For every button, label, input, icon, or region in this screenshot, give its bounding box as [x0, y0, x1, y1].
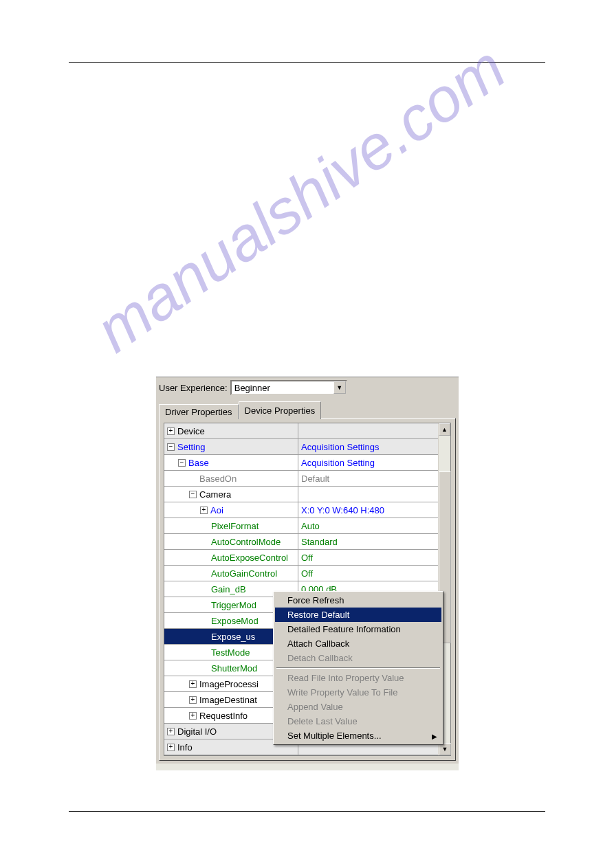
menu-delete-last: Delete Last Value: [275, 714, 441, 728]
chevron-down-icon[interactable]: ▼: [333, 381, 346, 394]
row-autocontrolmode[interactable]: AutoControlMode Standard: [164, 534, 438, 550]
menu-read-file: Read File Into Property Value: [275, 671, 441, 685]
row-basedon[interactable]: BasedOn Default: [164, 471, 438, 487]
label-testmode: TestMode: [211, 647, 250, 658]
value-aoi: X:0 Y:0 W:640 H:480: [301, 505, 384, 515]
label-triggermode: TriggerMod: [211, 600, 256, 610]
tabs-row: Driver Properties Device Properties: [156, 401, 459, 419]
user-experience-value: Beginner: [232, 383, 333, 393]
label-gain-db: Gain_dB: [211, 584, 246, 594]
menu-set-multiple-label: Set Multiple Elements...: [287, 731, 382, 741]
label-requestinfo: RequestInfo: [199, 711, 248, 721]
menu-write-file: Write Property Value To File: [275, 685, 441, 700]
row-aoi[interactable]: +Aoi X:0 Y:0 W:640 H:480: [164, 502, 438, 518]
value-base: Acquisition Setting: [301, 458, 375, 468]
minus-icon[interactable]: −: [189, 491, 197, 498]
user-experience-select[interactable]: Beginner ▼: [230, 380, 347, 395]
menu-set-multiple[interactable]: Set Multiple Elements... ▶: [275, 728, 441, 743]
plus-icon[interactable]: +: [189, 696, 197, 704]
plus-icon[interactable]: +: [167, 728, 175, 735]
label-shuttermode: ShutterMod: [211, 663, 257, 674]
value-autocontrolmode: Standard: [301, 537, 338, 547]
menu-detach-callback: Detach Callback: [275, 651, 441, 665]
label-digital-io: Digital I/O: [177, 726, 217, 737]
menu-separator: [276, 667, 440, 669]
label-device: Device: [177, 426, 205, 436]
chevron-right-icon: ▶: [432, 732, 437, 739]
row-setting[interactable]: −Setting Acquisition Settings: [164, 439, 438, 455]
row-device[interactable]: +Device: [164, 423, 438, 439]
label-imageprocessing: ImageProcessi: [199, 679, 259, 689]
menu-attach-callback[interactable]: Attach Callback: [275, 636, 441, 651]
menu-detailed-info[interactable]: Detailed Feature Information: [275, 622, 441, 636]
label-base: Base: [188, 458, 209, 468]
plus-icon[interactable]: +: [200, 507, 208, 514]
value-autogaincontrol: Off: [301, 568, 313, 579]
menu-restore-default[interactable]: Restore Default: [275, 608, 441, 622]
label-autocontrolmode: AutoControlMode: [211, 537, 281, 547]
value-pixelformat: Auto: [301, 521, 320, 531]
plus-icon[interactable]: +: [167, 744, 175, 751]
user-experience-row: User Experience: Beginner ▼: [156, 377, 459, 401]
label-camera: Camera: [199, 489, 231, 500]
scroll-up-icon[interactable]: ▲: [439, 423, 450, 436]
plus-icon[interactable]: +: [189, 680, 197, 688]
menu-force-refresh[interactable]: Force Refresh: [275, 593, 441, 608]
row-base[interactable]: −Base Acquisition Setting: [164, 455, 438, 471]
watermark-text: manualshive.com: [83, 32, 518, 366]
label-expose-us: Expose_us: [211, 632, 255, 642]
row-autoexposecontrol[interactable]: AutoExposeControl Off: [164, 550, 438, 566]
page-rule-top: [69, 62, 545, 63]
row-camera[interactable]: −Camera: [164, 487, 438, 502]
label-autoexposecontrol: AutoExposeControl: [211, 553, 288, 563]
label-pixelformat: PixelFormat: [211, 521, 259, 531]
row-pixelformat[interactable]: PixelFormat Auto: [164, 518, 438, 534]
minus-icon[interactable]: −: [167, 443, 175, 451]
row-autogaincontrol[interactable]: AutoGainControl Off: [164, 566, 438, 581]
context-menu: Force Refresh Restore Default Detailed F…: [273, 591, 443, 745]
tab-driver-properties[interactable]: Driver Properties: [159, 404, 239, 419]
plus-icon[interactable]: +: [189, 712, 197, 720]
label-setting: Setting: [177, 442, 205, 452]
user-experience-label: User Experience:: [159, 383, 228, 393]
label-aoi: Aoi: [210, 505, 223, 515]
label-basedon: BasedOn: [199, 474, 237, 484]
plus-icon[interactable]: +: [167, 427, 175, 435]
menu-append-value: Append Value: [275, 700, 441, 714]
value-basedon: Default: [301, 474, 329, 484]
value-autoexposecontrol: Off: [301, 553, 313, 563]
panel-footer-fill: [156, 764, 459, 770]
label-info: Info: [177, 742, 193, 753]
page-rule-bottom: [69, 811, 545, 812]
minus-icon[interactable]: −: [178, 459, 186, 467]
value-setting: Acquisition Settings: [301, 442, 379, 452]
label-autogaincontrol: AutoGainControl: [211, 568, 277, 579]
label-exposemode: ExposeMod: [211, 616, 259, 626]
label-imagedestination: ImageDestinat: [199, 695, 257, 705]
tab-device-properties[interactable]: Device Properties: [239, 401, 322, 419]
